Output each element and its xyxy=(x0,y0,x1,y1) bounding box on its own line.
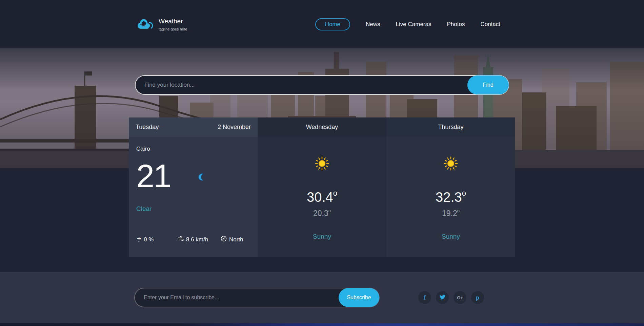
forecast-cards: Tuesday 2 November Cairo 21 Clear xyxy=(129,117,515,257)
brand: Weather tagline goes here xyxy=(134,17,187,31)
wednesday-card-header: Wednesday xyxy=(258,117,386,137)
nav-photos[interactable]: Photos xyxy=(447,21,465,28)
umbrella-icon: ☂ xyxy=(136,237,142,243)
thursday-card-header: Thursday xyxy=(386,117,515,137)
precipitation-stat: ☂ 0 % xyxy=(136,236,177,243)
facebook-icon: f xyxy=(424,294,426,301)
site-footer: Subscribe f G+ p xyxy=(0,272,644,323)
today-card-header: Tuesday 2 November xyxy=(129,117,258,137)
wednesday-card: Wednesday xyxy=(258,117,386,257)
sun-icon xyxy=(443,156,459,173)
current-condition: Clear xyxy=(136,205,250,213)
day-condition: Sunny xyxy=(442,233,460,240)
main-section: Find Tuesday 2 November Cairo 21 xyxy=(0,48,644,272)
today-day-label: Tuesday xyxy=(136,124,159,131)
nav-live-cameras[interactable]: Live Cameras xyxy=(396,21,431,28)
accent-bottom-bar xyxy=(0,323,644,326)
site-tagline: tagline goes here xyxy=(159,27,187,31)
low-temperature: 19.2o xyxy=(442,209,460,218)
location-search: Find xyxy=(135,75,509,95)
site-title: Weather xyxy=(159,18,187,25)
twitter-button[interactable] xyxy=(436,291,449,304)
wednesday-day-label: Wednesday xyxy=(306,124,338,131)
twitter-icon xyxy=(440,294,445,301)
site-header: Weather tagline goes here Home News Live… xyxy=(0,0,644,48)
degree-symbol: o xyxy=(457,208,460,213)
degree-symbol: o xyxy=(462,189,466,197)
wind-value: 8.6 km/h xyxy=(186,236,208,243)
low-temperature: 20.3o xyxy=(313,209,331,218)
main-nav: Home News Live Cameras Photos Contact xyxy=(315,18,500,30)
degree-symbol: o xyxy=(328,208,331,213)
find-button[interactable]: Find xyxy=(467,75,509,94)
day-condition: Sunny xyxy=(313,233,331,240)
subscribe-button[interactable]: Subscribe xyxy=(339,288,379,307)
today-date-label: 2 November xyxy=(218,124,251,131)
city-name: Cairo xyxy=(136,146,250,152)
thursday-card-body: 32.3o 19.2o Sunny xyxy=(386,137,515,257)
search-input[interactable] xyxy=(136,82,508,88)
thursday-day-label: Thursday xyxy=(438,124,463,131)
moon-icon xyxy=(198,173,206,182)
precipitation-value: 0 % xyxy=(144,236,154,243)
sun-icon xyxy=(314,156,330,173)
nav-contact[interactable]: Contact xyxy=(480,21,500,28)
nav-home[interactable]: Home xyxy=(315,18,350,30)
thursday-card: Thursday xyxy=(386,117,515,257)
degree-symbol: o xyxy=(333,189,337,197)
direction-stat: North xyxy=(220,235,250,244)
direction-value: North xyxy=(229,236,243,243)
high-temperature: 30.4o xyxy=(307,190,337,205)
current-temperature: 21 xyxy=(136,161,170,191)
facebook-button[interactable]: f xyxy=(418,291,431,304)
compass-icon xyxy=(220,235,227,244)
social-links: f G+ p xyxy=(418,291,484,304)
google-plus-icon: G+ xyxy=(457,295,463,300)
high-temperature: 32.3o xyxy=(436,190,466,205)
wind-icon xyxy=(177,235,184,244)
wednesday-card-body: 30.4o 20.3o Sunny xyxy=(258,137,386,257)
pinterest-button[interactable]: p xyxy=(471,291,484,304)
today-card: Tuesday 2 November Cairo 21 Clear xyxy=(129,117,258,257)
nav-news[interactable]: News xyxy=(366,21,380,28)
pinterest-icon: p xyxy=(476,294,479,301)
today-card-body: Cairo 21 Clear ☂ 0 % xyxy=(129,137,258,257)
google-plus-button[interactable]: G+ xyxy=(454,291,466,304)
cloud-logo-icon xyxy=(134,17,154,31)
wind-stat: 8.6 km/h xyxy=(177,235,220,244)
today-stats: ☂ 0 % 8.6 km/h xyxy=(136,235,250,244)
newsletter-signup: Subscribe xyxy=(134,288,380,307)
